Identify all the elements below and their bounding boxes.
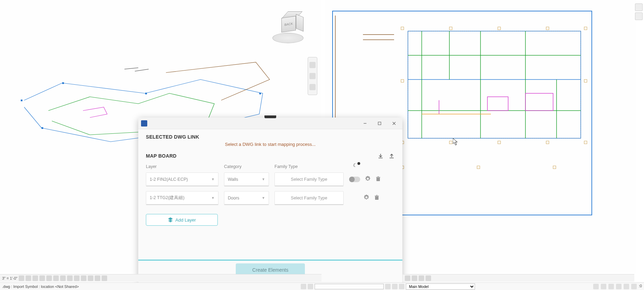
svg-rect-36 <box>378 122 381 125</box>
svg-rect-25 <box>401 79 404 82</box>
category-value: Doors <box>228 196 239 200</box>
unlock-icon[interactable] <box>74 275 80 281</box>
select-underlay-icon[interactable] <box>601 284 606 289</box>
temp-hide-icon[interactable] <box>81 275 86 281</box>
status-icon[interactable] <box>301 284 306 289</box>
select-face-icon[interactable] <box>616 284 622 289</box>
svg-rect-22 <box>498 27 501 30</box>
svg-rect-31 <box>584 141 587 144</box>
app-icon <box>141 120 147 127</box>
category-dropdown[interactable]: Walls ▼ <box>224 172 269 186</box>
status-icon[interactable] <box>308 284 313 289</box>
workset-select[interactable]: Main Model <box>406 283 475 290</box>
row-toggle[interactable] <box>349 177 360 182</box>
map-row: 1-2 TTG2(建具細) ▼ Doors ▼ Select Family Ty… <box>146 191 395 205</box>
svg-rect-28 <box>449 141 452 144</box>
viewcube-side-face[interactable] <box>296 14 304 32</box>
viewcube-compass[interactable] <box>272 33 304 43</box>
gear-icon[interactable] <box>365 176 371 183</box>
tool-icon[interactable] <box>635 12 643 20</box>
category-dropdown[interactable]: Doors ▼ <box>224 191 269 205</box>
visual-style-icon[interactable] <box>32 275 38 281</box>
status-icon[interactable] <box>392 284 398 289</box>
chevron-down-icon: ▼ <box>211 177 215 181</box>
navigation-bar[interactable] <box>308 57 317 95</box>
info-badge-icon[interactable]: ☾ <box>353 162 360 168</box>
rendering-icon[interactable] <box>53 275 59 281</box>
crop-region-icon[interactable] <box>67 275 73 281</box>
constraints-icon[interactable] <box>102 275 107 281</box>
viewcube[interactable]: BACK <box>269 9 307 47</box>
svg-rect-6 <box>408 31 581 138</box>
status-text: .dwg : Import Symbol : location <Not Sha… <box>2 284 79 289</box>
sun-path-icon[interactable] <box>39 275 45 281</box>
shadows-icon[interactable] <box>46 275 52 281</box>
nav-zoom-icon[interactable] <box>309 84 316 90</box>
chevron-down-icon: ▼ <box>262 196 265 200</box>
filter-count: :0 <box>639 284 642 289</box>
nav-wheel-icon[interactable] <box>309 62 316 68</box>
trash-icon[interactable] <box>374 195 380 202</box>
add-layer-label: Add Layer <box>175 217 196 223</box>
svg-rect-2 <box>145 93 147 94</box>
tool-icon[interactable] <box>635 3 643 11</box>
detail-level-icon[interactable] <box>405 275 410 281</box>
right-view-control-bar[interactable] <box>403 274 634 282</box>
titlebar-grip[interactable] <box>264 115 276 118</box>
select-pinned-icon[interactable] <box>608 284 614 289</box>
svg-rect-29 <box>498 141 501 144</box>
svg-rect-0 <box>21 100 22 101</box>
layer-dropdown[interactable]: 1-2 TTG2(建具細) ▼ <box>146 191 218 205</box>
sun-path-icon[interactable] <box>419 275 424 281</box>
status-icon[interactable] <box>385 284 391 289</box>
visual-style-icon[interactable] <box>412 275 417 281</box>
right-sidebar-tools[interactable] <box>635 3 643 20</box>
nav-pan-icon[interactable] <box>309 73 316 79</box>
header-layer: Layer <box>146 164 218 169</box>
map-board-dialog: SELECTED DWG LINK Select a DWG link to s… <box>138 118 402 283</box>
svg-rect-33 <box>477 166 480 169</box>
maximize-button[interactable] <box>373 119 386 128</box>
add-layer-button[interactable]: Add Layer <box>146 214 218 226</box>
drag-elements-icon[interactable] <box>624 284 629 289</box>
gear-icon[interactable] <box>364 195 369 202</box>
shadows-icon[interactable] <box>426 275 431 281</box>
map-row: 1-2 FIN2(ALC·ECP) ▼ Walls ▼ Select Famil… <box>146 172 395 186</box>
close-button[interactable] <box>387 119 401 128</box>
layer-value: 1-2 TTG2(建具細) <box>150 195 185 201</box>
export-icon[interactable] <box>389 153 395 161</box>
reveal-hidden-icon[interactable] <box>88 275 93 281</box>
layer-value: 1-2 FIN2(ALC·ECP) <box>150 177 188 182</box>
trash-icon[interactable] <box>375 176 381 183</box>
minimize-button[interactable] <box>358 119 372 128</box>
header-family: Family Type <box>274 164 344 169</box>
svg-rect-24 <box>584 27 587 30</box>
worksharing-icon[interactable] <box>95 275 100 281</box>
family-type-dropdown[interactable]: Select Family Type <box>274 172 344 186</box>
svg-rect-16 <box>525 93 553 111</box>
svg-rect-23 <box>546 27 549 30</box>
filter-icon[interactable] <box>631 284 637 289</box>
category-value: Walls <box>228 177 238 182</box>
progress-bar <box>315 284 384 289</box>
dialog-titlebar[interactable] <box>138 118 402 129</box>
family-type-dropdown[interactable]: Select Family Type <box>274 191 344 205</box>
header-category: Category <box>224 164 269 169</box>
select-links-icon[interactable] <box>593 284 599 289</box>
scale-icon[interactable] <box>19 275 24 281</box>
layer-dropdown[interactable]: 1-2 FIN2(ALC·ECP) ▼ <box>146 172 218 186</box>
viewcube-front-face[interactable]: BACK <box>281 16 296 32</box>
left-view-control-bar[interactable]: 3" = 1'-0" <box>0 274 321 282</box>
crop-icon[interactable] <box>60 275 66 281</box>
svg-rect-3 <box>259 93 261 94</box>
chevron-down-icon: ▼ <box>211 196 215 200</box>
status-icon[interactable] <box>399 284 404 289</box>
svg-rect-26 <box>584 79 587 82</box>
import-icon[interactable] <box>377 153 384 161</box>
map-board-title: MAP BOARD <box>146 153 177 159</box>
scale-label[interactable]: 3" = 1'-0" <box>2 276 17 280</box>
detail-level-icon[interactable] <box>26 275 31 281</box>
svg-rect-4 <box>41 127 43 129</box>
hint-text: Select a DWG link to start mapping proce… <box>146 142 395 147</box>
svg-rect-21 <box>449 27 452 30</box>
